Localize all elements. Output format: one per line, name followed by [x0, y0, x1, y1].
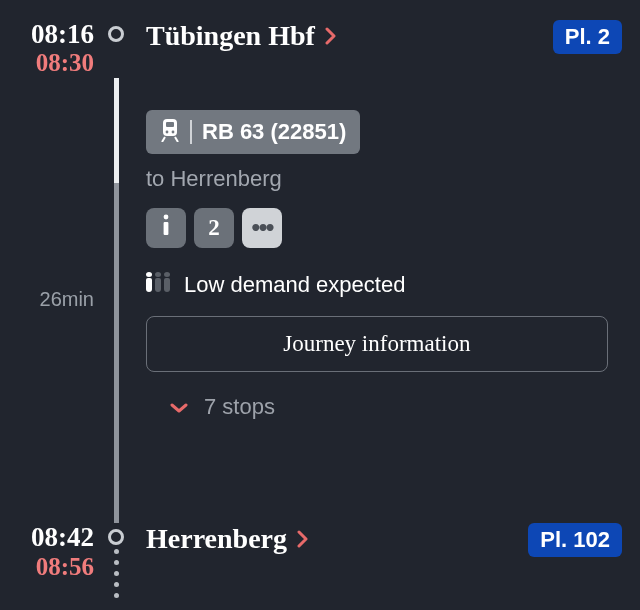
- more-chip[interactable]: •••: [242, 208, 282, 248]
- departure-body: Tübingen Hbf: [134, 20, 543, 52]
- arrival-row: 08:42 08:56 Herrenberg Pl. 102: [18, 523, 622, 598]
- chevron-right-icon: [325, 27, 337, 45]
- stops-toggle[interactable]: 7 stops: [170, 394, 622, 420]
- segment-track: [98, 78, 134, 523]
- svg-rect-1: [166, 122, 174, 127]
- class-label: 2: [208, 215, 220, 241]
- arrival-scheduled-time: 08:42: [18, 523, 94, 551]
- train-line-label: RB 63 (22851): [202, 119, 346, 145]
- svg-point-3: [172, 131, 175, 134]
- arrival-body: Herrenberg: [134, 523, 518, 555]
- demand-label: Low demand expected: [184, 272, 405, 298]
- platform-badge: Pl. 102: [528, 523, 622, 557]
- departure-row: 08:16 08:30 Tübingen Hbf Pl. 2: [18, 20, 622, 78]
- arrival-station-name: Herrenberg: [146, 523, 287, 555]
- timeline-track-arrival: [98, 523, 134, 598]
- svg-point-2: [166, 131, 169, 134]
- svg-rect-5: [164, 222, 169, 235]
- departure-station-link[interactable]: Tübingen Hbf: [146, 20, 543, 52]
- svg-rect-0: [163, 119, 177, 136]
- pill-divider: [190, 120, 192, 144]
- arrival-realtime-time: 08:56: [18, 552, 94, 582]
- class-chip[interactable]: 2: [194, 208, 234, 248]
- journey-information-button[interactable]: Journey information: [146, 316, 608, 372]
- departure-times: 08:16 08:30: [18, 20, 98, 78]
- info-chips: 2 •••: [146, 208, 622, 248]
- train-icon: [160, 118, 180, 146]
- departure-realtime-time: 08:30: [18, 48, 94, 78]
- platform-badge: Pl. 2: [553, 20, 622, 54]
- train-line-pill[interactable]: RB 63 (22851): [146, 110, 360, 154]
- demand-icon: [146, 278, 170, 292]
- segment-time-col: 26min: [18, 78, 98, 523]
- departure-scheduled-time: 08:16: [18, 20, 94, 48]
- segment: 26min RB 63 (22851) to Herrenberg: [18, 78, 622, 523]
- info-chip[interactable]: [146, 208, 186, 248]
- stops-label: 7 stops: [204, 394, 275, 420]
- arrival-platform: Pl. 102: [518, 523, 622, 557]
- train-destination: to Herrenberg: [146, 166, 622, 192]
- timeline-track: [98, 20, 134, 42]
- chevron-down-icon: [170, 394, 188, 420]
- chevron-right-icon: [297, 530, 309, 548]
- info-icon: [159, 213, 173, 243]
- arrival-station-link[interactable]: Herrenberg: [146, 523, 518, 555]
- departure-platform: Pl. 2: [543, 20, 622, 54]
- demand-row: Low demand expected: [146, 272, 622, 298]
- destination-prefix: to: [146, 166, 170, 191]
- segment-duration: 26min: [40, 288, 94, 311]
- departure-station-name: Tübingen Hbf: [146, 20, 315, 52]
- destination-name: Herrenberg: [170, 166, 281, 191]
- svg-point-4: [164, 215, 169, 220]
- arrival-node-icon: [108, 529, 124, 545]
- arrival-times: 08:42 08:56: [18, 523, 98, 581]
- timeline-continuation: [114, 545, 119, 598]
- departure-node-icon: [108, 26, 124, 42]
